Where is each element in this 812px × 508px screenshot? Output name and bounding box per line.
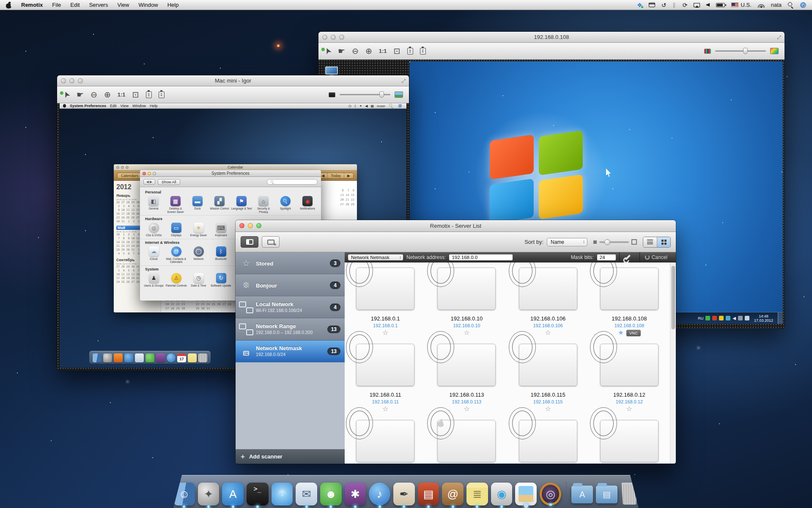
prefpane-cds-dvds[interactable]: ◍CDs & DVDs <box>143 223 165 237</box>
remote-menu-view[interactable]: View <box>121 104 129 108</box>
remote-flag-icon[interactable]: ▦ <box>370 104 374 108</box>
dock-notes-icon[interactable]: ≣ <box>466 483 488 505</box>
zoom-button[interactable] <box>339 35 344 40</box>
size-slider-thumb[interactable] <box>604 239 610 245</box>
prefpane-dock[interactable]: ▬Dock <box>187 196 208 213</box>
minimize-button[interactable] <box>148 172 151 175</box>
menu-view[interactable]: View <box>117 2 129 8</box>
scanner-type-select[interactable]: Network Netmask <box>348 254 403 260</box>
cancel-scan-button[interactable]: Cancel <box>639 252 672 262</box>
remote-launchpad-icon[interactable] <box>103 353 112 362</box>
remote-bluetooth-icon[interactable]: ᛒ <box>354 104 357 108</box>
favorite-star-icon[interactable]: ☆ <box>545 329 551 336</box>
remote-wifi-icon[interactable]: ✦ <box>359 104 362 108</box>
tray-icon-gray[interactable] <box>738 316 743 320</box>
dock-iphoto-icon[interactable] <box>515 483 537 505</box>
scrollbar-thumb[interactable] <box>671 266 675 329</box>
size-slider[interactable] <box>599 241 629 243</box>
dock-app-store-icon[interactable]: A <box>222 483 244 505</box>
zoom-button[interactable] <box>78 78 83 83</box>
close-button[interactable] <box>116 166 119 169</box>
remote-notes-icon[interactable] <box>188 353 197 362</box>
prefpane-displays[interactable]: ▭Displays <box>165 223 187 237</box>
apple-menu-icon[interactable] <box>63 104 66 108</box>
prefpane-software-update[interactable]: ↻Software Update <box>210 273 232 287</box>
favorite-star-icon[interactable]: ☆ <box>464 406 469 412</box>
today-button[interactable]: Today <box>327 173 344 178</box>
server-list-window[interactable]: Remotix - Server List Sort by: Name ☆ St… <box>236 220 676 464</box>
remote-menu-help[interactable]: Help <box>150 104 158 108</box>
zoom-out-icon[interactable]: ⊖ <box>91 91 97 99</box>
paste-to-remote-icon[interactable]: ↥ <box>407 48 413 55</box>
app-menu[interactable]: Remotix <box>21 2 43 8</box>
favorite-star-icon[interactable]: ☆ <box>545 406 551 412</box>
screenshot-icon[interactable]: ⊡ <box>132 91 139 99</box>
zoom-in-icon[interactable]: ⊕ <box>365 47 372 55</box>
dock-terminal-icon[interactable]: >_ <box>247 483 268 505</box>
dock-documents-folder-icon[interactable]: ▤ <box>596 486 617 503</box>
remote-mail-icon[interactable] <box>135 353 144 362</box>
menu-file[interactable]: File <box>52 2 61 8</box>
dock-aperture-icon[interactable]: ◎ <box>540 483 561 505</box>
close-button[interactable] <box>322 35 327 40</box>
minimize-button[interactable] <box>69 78 74 83</box>
volume-icon[interactable] <box>706 3 710 7</box>
remote-spotlight-icon[interactable] <box>389 104 393 108</box>
dock-trash-icon[interactable] <box>620 483 639 505</box>
zoom-button[interactable] <box>126 166 129 169</box>
dock-mail-icon[interactable]: ✉ <box>296 483 317 505</box>
favorite-star-icon[interactable]: ☆ <box>464 329 469 336</box>
remote-itunes-icon[interactable] <box>167 353 176 362</box>
copy-from-remote-icon[interactable]: ↧ <box>420 48 426 55</box>
battery-icon[interactable] <box>716 3 725 7</box>
favorite-star-icon[interactable]: ☆ <box>382 329 388 336</box>
vertical-scrollbar[interactable] <box>670 262 676 464</box>
sidebar-item-local-network[interactable]: Local Network Wi-Fi 192.168.0.106/24 4 <box>236 296 345 318</box>
dock-launchpad-icon[interactable]: ✦ <box>198 483 219 505</box>
sysprefs-title-bar[interactable]: System Preferences <box>140 170 321 177</box>
remote-menu-window[interactable]: Window <box>132 104 146 108</box>
minimize-button[interactable] <box>331 35 336 40</box>
prefpane-general[interactable]: ◧General <box>143 196 165 213</box>
pointer-tool-icon[interactable]: ➤ <box>61 90 71 99</box>
dock-image-editor-icon[interactable]: ✱ <box>345 483 366 505</box>
remote-user-switch-icon[interactable] <box>398 104 402 108</box>
copy-from-remote-icon[interactable]: ↧ <box>159 91 165 98</box>
remote-app-menu[interactable]: System Preferences <box>70 104 106 108</box>
prefpane-energy[interactable]: ☀Energy Saver <box>187 223 210 237</box>
quality-slider[interactable] <box>715 50 766 52</box>
prefpane-icloud[interactable]: ☁iCloud <box>143 246 165 264</box>
prefpane-spotlight[interactable]: Spotlight <box>274 196 296 213</box>
tray-icon-green[interactable] <box>705 316 710 320</box>
fullscreen-icon[interactable]: ⤢ <box>401 75 406 86</box>
sort-by-select[interactable]: Name <box>547 238 587 246</box>
input-source-menu[interactable]: U.S. <box>731 2 751 8</box>
zoom-in-icon[interactable]: ⊕ <box>104 91 111 99</box>
prefpane-mail[interactable]: @Mail, Contacts & Calendars <box>165 246 187 264</box>
language-indicator[interactable]: RU <box>698 316 703 320</box>
close-button[interactable] <box>239 223 244 228</box>
prefpane-mission-control[interactable]: ▞Mission Control <box>208 196 230 213</box>
mask-bits-field[interactable]: 24 <box>597 254 616 260</box>
menu-edit[interactable]: Edit <box>70 2 80 8</box>
paste-to-remote-icon[interactable]: ↥ <box>146 91 152 98</box>
remote-finder-icon[interactable] <box>93 353 102 362</box>
user-switch-icon[interactable] <box>800 2 806 8</box>
sync-icon[interactable]: ⟳ <box>683 2 688 8</box>
fullscreen-icon[interactable]: ⤢ <box>777 32 781 43</box>
list-view-button[interactable] <box>643 237 657 247</box>
dock-facetime-icon[interactable]: ◉ <box>491 483 513 505</box>
prefpane-network[interactable]: ◯Network <box>187 246 210 264</box>
prefpane-users[interactable]: ♟Users & Groups <box>143 273 165 287</box>
zoom-button[interactable] <box>256 223 261 228</box>
remote-app-icon-orange[interactable] <box>114 353 123 362</box>
actual-size-button[interactable]: 1:1 <box>118 91 126 98</box>
wifi-icon[interactable] <box>758 3 765 8</box>
pan-tool-icon[interactable]: ☛ <box>338 47 345 55</box>
sidebar-item-bonjour[interactable]: ❊ Bonjour 4 <box>236 274 345 296</box>
close-button[interactable] <box>143 172 146 175</box>
next-button[interactable]: ▶ <box>344 173 353 178</box>
show-desktop-button[interactable] <box>778 312 783 324</box>
server-cell-mac[interactable] <box>426 420 507 464</box>
prefpane-language[interactable]: ⚑Language & Text <box>230 196 252 213</box>
